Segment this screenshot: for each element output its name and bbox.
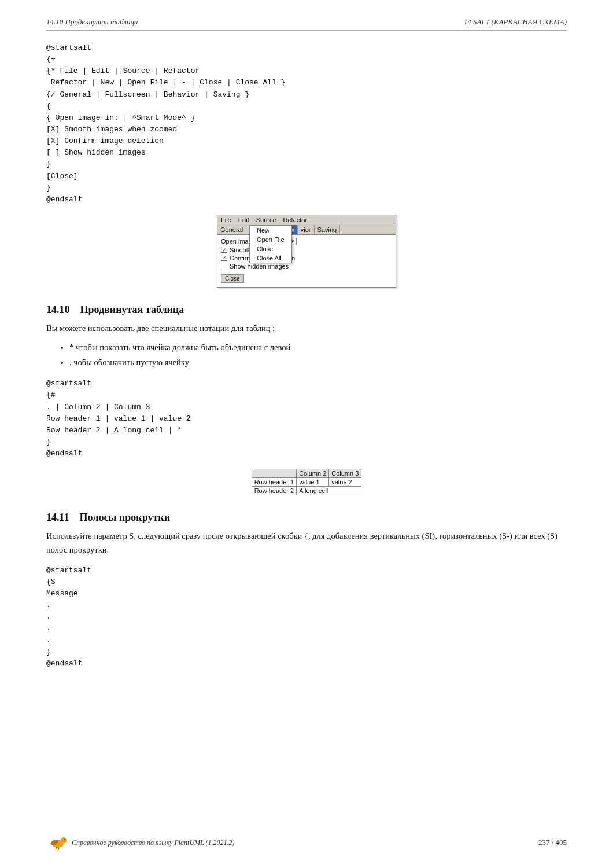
section-1011-heading: 14.11 Полосы прокрутки <box>46 512 567 524</box>
page: 14.10 Продвинутая таблица 14 SALT (КАРКА… <box>0 0 613 868</box>
show-hidden-checkbox[interactable] <box>221 263 227 269</box>
bullet-1: * чтобы показать что ячейка должна быть … <box>69 340 567 355</box>
section-1011-body: Используйте параметр S, следующий сразу … <box>46 529 567 556</box>
col-header-2: Column 3 <box>329 469 361 478</box>
section-1010-heading: 14.10 Продвинутая таблица <box>46 304 567 316</box>
page-footer: Справочное руководство по языку PlantUML… <box>46 834 567 851</box>
open-image-row: Open image in: Sm <box>221 237 392 246</box>
code-block-2: @startsalt {# . | Column 2 | Column 3 Ro… <box>46 378 567 459</box>
mockup-table: Column 2 Column 3 Row header 1 value 1 v… <box>252 469 362 495</box>
mockup-1-container: File Edit Source Refactor General Fullsc… <box>46 215 567 288</box>
confirm-deletion-checkbox[interactable] <box>221 255 227 261</box>
section-1010-number: 14.10 <box>46 304 70 315</box>
plantuml-logo <box>46 834 67 851</box>
cell-1-2: value 2 <box>329 478 361 487</box>
footer-page: 237 / 405 <box>538 838 567 847</box>
cell-1-1: value 1 <box>297 478 329 487</box>
table-row-1: Row header 1 value 1 value 2 <box>252 478 361 487</box>
dropdown-item-closeall[interactable]: Close All <box>250 253 291 263</box>
code-block-1: @startsalt {+ {* File | Edit | Source | … <box>46 42 567 205</box>
svg-point-1 <box>61 837 67 843</box>
code-block-3: @startsalt {S Message . . . . } @endsalt <box>46 565 567 670</box>
menu-file[interactable]: File <box>219 216 233 224</box>
tab-general[interactable]: General <box>217 225 246 234</box>
mockup-dropdown: New Open File Close Close All <box>249 225 292 263</box>
tab-vior[interactable]: vior <box>298 225 315 234</box>
dropdown-item-close[interactable]: Close <box>250 244 291 253</box>
bullet-2: . чобы обозначить пустую ячейку <box>69 355 567 370</box>
svg-line-6 <box>58 848 59 850</box>
close-button-row: Close <box>221 273 392 285</box>
svg-point-2 <box>64 839 65 840</box>
menu-edit[interactable]: Edit <box>237 216 251 224</box>
menu-source[interactable]: Source <box>254 216 278 224</box>
show-hidden-label: Show hidden images <box>230 263 289 270</box>
dropdown-item-openfile[interactable]: Open File <box>250 235 291 244</box>
table-row-2: Row header 2 A long cell <box>252 487 361 495</box>
section-1010-bullets: * чтобы показать что ячейка должна быть … <box>69 340 567 370</box>
mockup-menubar: File Edit Source Refactor <box>217 215 396 225</box>
section-1010-title: Продвинутая таблица <box>80 304 184 315</box>
mockup-tabs: General Fullscree New vior Saving <box>217 225 396 235</box>
table-header-row: Column 2 Column 3 <box>252 469 361 478</box>
mockup-menu-widget: File Edit Source Refactor General Fullsc… <box>217 215 396 288</box>
mockup-1: File Edit Source Refactor General Fullsc… <box>217 215 396 288</box>
mockup-2-container: Column 2 Column 3 Row header 1 value 1 v… <box>46 469 567 495</box>
cell-2-1: A long cell <box>297 487 361 495</box>
logo-svg <box>46 834 67 851</box>
smooth-images-checkbox[interactable] <box>221 247 227 253</box>
cell-1-0: Row header 1 <box>252 478 297 487</box>
svg-line-5 <box>56 847 57 850</box>
smooth-images-row: Smooth images med <box>221 246 392 254</box>
confirm-deletion-row: Confirm image deletion <box>221 254 392 262</box>
section-1011-number: 14.11 <box>46 512 69 523</box>
page-header: 14.10 Продвинутая таблица 14 SALT (КАРКА… <box>46 17 567 31</box>
dropdown-item-new[interactable]: New <box>250 226 291 235</box>
show-hidden-row: Show hidden images <box>221 262 392 270</box>
section-1011-title: Полосы прокрутки <box>80 512 171 523</box>
close-button[interactable]: Close <box>221 274 244 283</box>
mockup-body: Open image in: Sm Smooth images med Conf… <box>217 235 396 287</box>
col-header-0 <box>252 469 297 478</box>
footer-left: Справочное руководство по языку PlantUML… <box>46 834 235 851</box>
col-header-1: Column 2 <box>297 469 329 478</box>
header-right: 14 SALT (КАРКАСНАЯ СХЕМА) <box>464 17 567 27</box>
footer-text: Справочное руководство по языку PlantUML… <box>72 838 235 847</box>
section-1010-body: Вы можете использовать две специальные н… <box>46 322 567 335</box>
cell-2-0: Row header 2 <box>252 487 297 495</box>
tab-saving[interactable]: Saving <box>315 225 341 234</box>
menu-refactor[interactable]: Refactor <box>282 216 309 224</box>
header-left: 14.10 Продвинутая таблица <box>46 17 138 27</box>
